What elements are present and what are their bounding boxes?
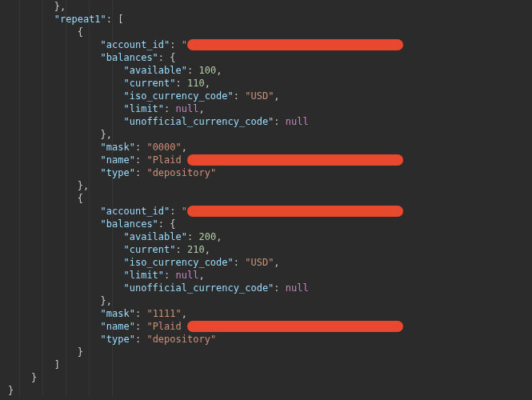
json-code-block: }, "repeat1": [ { "account_id": " "balan…: [0, 0, 532, 397]
redacted-name: [187, 321, 403, 332]
redacted-account-id: [187, 39, 403, 50]
redacted-account-id: [187, 206, 403, 217]
redacted-name: [187, 154, 403, 166]
